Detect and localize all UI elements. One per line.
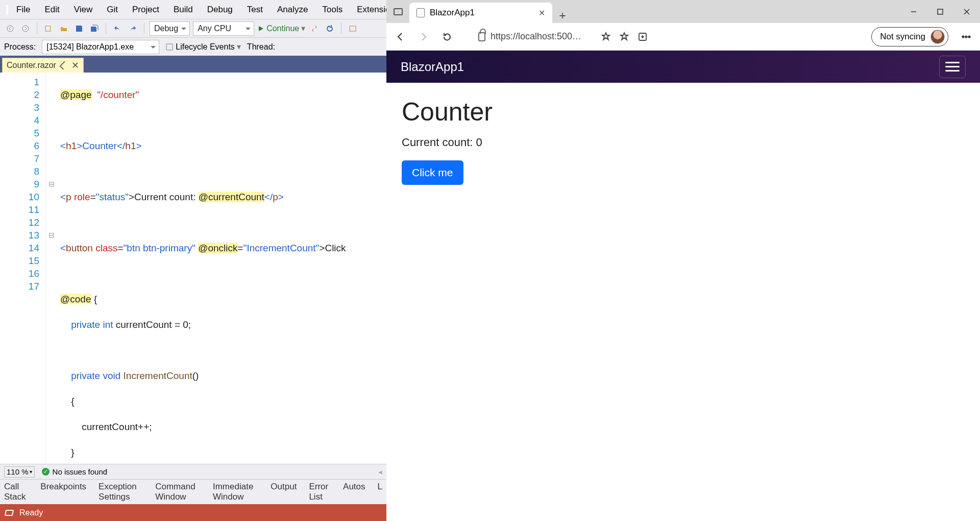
svg-point-0 [7,26,13,32]
thread-label: Thread: [247,42,275,52]
new-item-icon[interactable] [42,22,55,35]
page-heading: Counter [402,97,965,127]
document-tabstrip: Counter.razor ✕ [0,56,386,73]
issues-indicator[interactable]: ✓No issues found [42,467,108,476]
app-navbar: BlazorApp1 [386,51,980,83]
menu-analyze[interactable]: Analyze [270,2,315,18]
app-brand[interactable]: BlazorApp1 [401,60,464,74]
tool-tab-immediate[interactable]: Immediate Window [213,482,258,502]
browser-window: BlazorApp1 ✕ ＋ https://localhost:500… [386,0,980,521]
tab-close-icon[interactable]: ✕ [538,8,545,18]
browser-titlebar: BlazorApp1 ✕ ＋ [386,0,980,23]
menu-file[interactable]: File [9,2,37,18]
menu-test[interactable]: Test [240,2,270,18]
addressbar-icons [601,32,648,42]
continue-button[interactable]: Continue ▾ [257,23,305,33]
code-content[interactable]: @page "/counter" <h1>Counter</h1> <p rol… [57,73,346,464]
menu-git[interactable]: Git [100,2,125,18]
line-number-gutter: 1234567891011121314151617 [0,73,46,464]
vs-toolbar: Debug Any CPU Continue ▾ [0,19,386,37]
browser-tab[interactable]: BlazorApp1 ✕ [409,3,552,23]
menu-debug[interactable]: Debug [200,2,240,18]
new-tab-button[interactable]: ＋ [552,8,573,23]
tool-tab-command[interactable]: Command Window [155,482,201,502]
svg-point-13 [965,36,967,37]
zoom-selector[interactable]: 110 %▾ [4,466,35,478]
tool-windows-strip: Call Stack Breakpoints Exception Setting… [0,479,386,504]
pin-icon[interactable] [59,61,68,70]
svg-point-14 [968,36,970,37]
menu-tools[interactable]: Tools [315,2,350,18]
svg-point-1 [22,26,29,32]
save-all-icon[interactable] [88,22,101,35]
lifecycle-label[interactable]: Lifecycle Events [176,42,235,52]
menu-edit[interactable]: Edit [37,2,66,18]
app-content: Counter Current count: 0 Click me [386,83,980,521]
menu-project[interactable]: Project [125,2,166,18]
menu-view[interactable]: View [67,2,100,18]
vs-status-bar: Ready [0,504,386,521]
separator [144,23,144,34]
svg-point-12 [962,36,964,37]
fold-gutter: ⊟⊟ [46,73,57,464]
save-icon[interactable] [73,22,85,35]
document-tab-counter[interactable]: Counter.razor ✕ [2,58,84,73]
url-text: https://localhost:500… [491,31,581,42]
favicon-icon [416,8,425,17]
svg-rect-6 [938,9,943,14]
code-editor[interactable]: 1234567891011121314151617 ⊟⊟ @page "/cou… [0,73,386,464]
lock-icon [478,32,485,41]
config-dropdown[interactable]: Debug [150,21,190,36]
forward-button[interactable] [415,28,432,45]
browser-link-icon[interactable] [347,22,359,35]
status-icon [5,510,14,516]
redo-icon[interactable] [127,22,139,35]
open-icon[interactable] [58,22,70,35]
close-icon[interactable]: ✕ [71,60,79,71]
process-dropdown[interactable]: [15324] BlazorApp1.exe [42,40,159,54]
refresh-button[interactable] [438,28,456,45]
count-status: Current count: 0 [402,136,965,149]
maximize-icon[interactable] [927,0,953,23]
collections-icon[interactable] [638,32,648,42]
editor-status: 110 %▾ ✓No issues found ◂ [0,464,386,479]
window-close-icon[interactable] [953,0,980,23]
nav-back-icon[interactable] [4,22,16,35]
separator [341,23,341,34]
star-plus-icon[interactable] [601,32,611,42]
vs-menubar: File Edit View Git Project Build Debug T… [0,0,386,19]
sync-pill[interactable]: Not syncing [871,27,948,46]
undo-icon[interactable] [111,22,124,35]
tool-tab-errorlist[interactable]: Error List [309,482,331,502]
menu-build[interactable]: Build [166,2,200,18]
back-button[interactable] [391,28,409,45]
svg-rect-2 [45,26,51,31]
url-display[interactable]: https://localhost:500… [478,31,591,42]
process-label: Process: [4,42,36,52]
nav-fwd-icon[interactable] [19,22,32,35]
document-tab-label: Counter.razor [7,61,56,70]
check-icon: ✓ [42,468,50,476]
svg-rect-4 [166,44,173,50]
restart-icon[interactable] [324,22,336,35]
platform-dropdown[interactable]: Any CPU [193,21,254,36]
tool-tab-breakpoints[interactable]: Breakpoints [40,482,86,502]
favorite-icon[interactable] [619,32,629,42]
profile-avatar-icon [930,30,945,44]
tool-tab-more[interactable]: L [378,482,382,502]
minimize-icon[interactable] [900,0,927,23]
tool-tab-autos[interactable]: Autos [343,482,365,502]
hamburger-button[interactable] [939,56,966,78]
hot-reload-icon[interactable] [308,22,321,35]
sync-label: Not syncing [880,32,925,42]
tab-actions-icon[interactable] [386,0,409,23]
click-me-button[interactable]: Click me [402,160,463,185]
tool-tab-exception[interactable]: Exception Settings [99,482,143,502]
lifecycle-icon [165,43,174,51]
tool-tab-output[interactable]: Output [271,482,297,502]
settings-menu-icon[interactable] [958,28,975,45]
svg-rect-3 [350,26,356,31]
tool-tab-callstack[interactable]: Call Stack [4,482,28,502]
status-text: Ready [19,508,43,517]
vs-debug-toolbar: Process: [15324] BlazorApp1.exe Lifecycl… [0,37,386,56]
